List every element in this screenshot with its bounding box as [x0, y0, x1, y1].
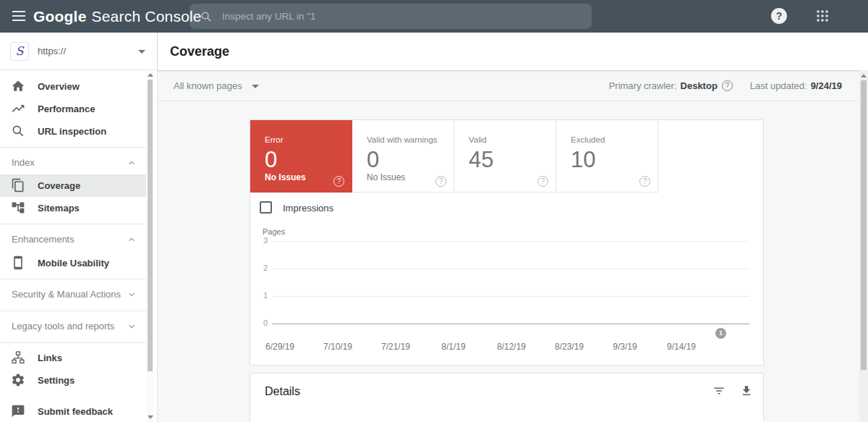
checkbox-unchecked[interactable] [260, 201, 272, 214]
gridline [272, 296, 749, 297]
sidebar-section-index[interactable]: Index [0, 152, 146, 174]
page-title: Coverage [170, 33, 229, 70]
mobile-icon [11, 256, 25, 270]
crawler-help-icon[interactable] [722, 80, 733, 91]
scroll-down-arrow[interactable] [148, 415, 153, 419]
sidebar-item-url-inspection[interactable]: URL inspection [0, 120, 146, 143]
chevron-down-icon [126, 321, 137, 332]
app-logo[interactable]: Google Search Console [33, 0, 202, 33]
sidebar-item-settings[interactable]: Settings [0, 369, 146, 392]
filter-button[interactable] [712, 384, 726, 397]
status-card-excluded[interactable]: Excluded 10 [556, 120, 658, 193]
status-label: Valid [469, 135, 487, 144]
section-label: Enhancements [12, 229, 75, 250]
logo-product: Search Console [92, 8, 202, 25]
y-tick: 0 [255, 318, 268, 327]
section-label: Index [12, 152, 35, 174]
status-label: Valid with warnings [367, 135, 438, 144]
last-updated-label: Last updated: [750, 80, 807, 91]
sidebar-item-performance[interactable]: Performance [0, 98, 146, 120]
x-tick: 8/23/19 [546, 342, 592, 352]
chevron-down-icon [126, 289, 137, 300]
sidebar-item-label: Submit feedback [38, 400, 113, 422]
help-icon[interactable] [639, 176, 650, 187]
x-tick: 7/21/19 [373, 342, 419, 352]
apps-grid-icon [816, 9, 829, 22]
help-icon[interactable] [333, 176, 344, 187]
gridline [272, 241, 749, 242]
status-card-valid-with-warnings[interactable]: Valid with warnings 0 No Issues [352, 120, 454, 193]
links-icon [11, 350, 25, 365]
download-icon [740, 384, 753, 397]
impressions-label: Impressions [283, 203, 333, 214]
details-card: Details [250, 373, 764, 422]
y-tick: 1 [255, 291, 268, 300]
sidebar-item-label: Mobile Usability [38, 252, 109, 274]
sidebar-item-links[interactable]: Links [0, 347, 146, 369]
url-inspect-search-input[interactable]: Inspect any URL in "1 [190, 4, 592, 29]
divider [0, 342, 146, 343]
help-button[interactable] [771, 8, 787, 24]
property-url: https:// [38, 33, 66, 70]
status-card-error[interactable]: Error 0 No Issues [250, 120, 352, 193]
sidebar-item-coverage[interactable]: Coverage [0, 174, 146, 197]
sidebar-item-label: Sitemaps [38, 197, 80, 219]
sidebar-scrollbar[interactable] [147, 70, 153, 422]
search-icon [11, 124, 25, 138]
download-button[interactable] [740, 384, 753, 397]
status-value: 0 [367, 147, 379, 173]
sidebar-item-overview[interactable]: Overview [0, 75, 146, 98]
status-cards: Error 0 No Issues Valid with warnings 0 … [250, 120, 658, 193]
appbar: Google Search Console Inspect any URL in… [0, 0, 868, 33]
sidebar-section-enhancements[interactable]: Enhancements [0, 229, 146, 250]
sidebar-item-submit-feedback[interactable]: Submit feedback [0, 400, 146, 422]
sidebar-section-security-manual-actions[interactable]: Security & Manual Actions [0, 284, 146, 305]
status-value: 0 [265, 147, 277, 173]
sidebar-item-label: Settings [38, 369, 75, 392]
x-tick: 9/3/19 [602, 342, 648, 352]
sidebar-item-mobile-usability[interactable]: Mobile Usability [0, 252, 146, 274]
x-axis-line [272, 324, 749, 324]
property-selector[interactable]: S https:// [0, 33, 157, 70]
chevron-up-icon [126, 234, 137, 245]
page-header: Coverage [158, 33, 868, 70]
x-tick: 7/10/19 [315, 342, 361, 352]
sidebar-section-legacy-tools[interactable]: Legacy tools and reports [0, 316, 146, 337]
gridline [272, 269, 749, 269]
primary-crawler-label: Primary crawler: [609, 80, 677, 91]
status-value: 10 [571, 147, 595, 173]
google-search-console: Google Search Console Inspect any URL in… [0, 0, 868, 422]
status-subtext: No Issues [265, 172, 306, 182]
coverage-summary-card: Error 0 No Issues Valid with warnings 0 … [250, 119, 764, 366]
main-scrollbar[interactable] [859, 70, 868, 422]
home-icon [11, 79, 25, 93]
scrollbar-thumb[interactable] [861, 80, 867, 370]
primary-crawler-value: Desktop [681, 80, 718, 91]
sidebar-item-label: Coverage [38, 174, 80, 197]
x-tick: 6/29/19 [257, 342, 303, 352]
search-placeholder: Inspect any URL in "1 [222, 11, 316, 22]
scroll-up-arrow[interactable] [148, 73, 153, 77]
chevron-down-icon[interactable] [252, 85, 259, 88]
divider [0, 147, 146, 148]
feedback-icon [11, 404, 25, 418]
scrollbar-thumb[interactable] [148, 80, 153, 371]
coverage-icon [11, 178, 25, 193]
chevron-up-icon [126, 157, 137, 169]
annotation-marker[interactable]: 1 [715, 328, 726, 339]
sidebar-item-sitemaps[interactable]: Sitemaps [0, 197, 146, 219]
status-value: 45 [469, 147, 493, 173]
filter-icon [712, 384, 726, 397]
menu-button[interactable] [12, 11, 25, 21]
help-icon[interactable] [435, 176, 446, 187]
help-icon[interactable] [537, 176, 548, 187]
divider [0, 224, 146, 224]
scroll-up-arrow[interactable] [861, 74, 867, 77]
status-card-valid[interactable]: Valid 45 [454, 120, 556, 193]
filter-bar: All known pages Primary crawler: Desktop… [158, 70, 868, 101]
y-axis-title: Pages [263, 227, 285, 236]
x-tick: 8/1/19 [430, 342, 477, 352]
apps-grid-button[interactable] [816, 9, 829, 22]
x-tick: 8/12/19 [488, 342, 535, 352]
scope-dropdown[interactable]: All known pages [174, 70, 242, 101]
